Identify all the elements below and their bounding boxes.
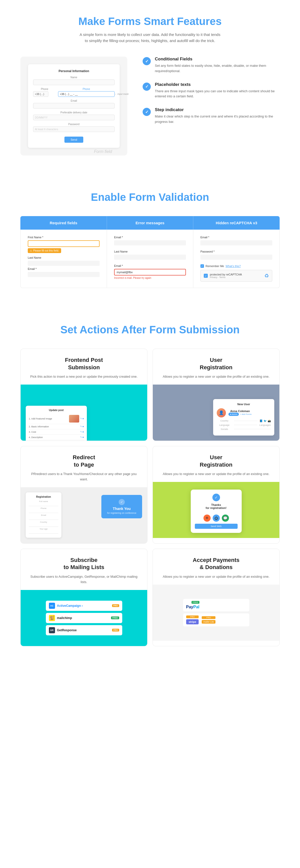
card-frontend-post: Frontend PostSubmission Pick this action…: [21, 349, 147, 441]
firstname-input[interactable]: [28, 240, 100, 247]
card-user-registration-2: UserRegistration Allows you to register …: [153, 446, 279, 544]
notification-mockup: ✓ Thanksfor registration! ✳ ⏻ 💬 Send SMS: [191, 490, 242, 533]
email-label: Email: [33, 99, 114, 102]
email-input-mock: [33, 103, 114, 108]
card-mailing-text: Subscribeto Mailing Lists Subscribe user…: [21, 549, 147, 590]
user-language-field: Language Languages: [217, 424, 271, 426]
conditional-desc: Set any form field states to easily show…: [155, 63, 279, 74]
reg-form-title: Registration: [29, 495, 58, 498]
mailing-image: AC ActiveCampaign › PRO 🐒 mailchimp FREE: [21, 590, 147, 646]
getresponse-row: GR GetResponse PRO: [46, 625, 122, 635]
phone-field-row: Phone +38 (…) Phone +38 (…) __ - __ ← In…: [33, 88, 114, 97]
validation-title-accent: Form Validation: [129, 191, 209, 203]
email-field-row: Email: [33, 99, 114, 108]
tab-required-fields[interactable]: Required fields: [21, 216, 107, 229]
thankyou-check-icon: ✓: [119, 499, 125, 505]
notif-service-icons: ✳ ⏻ 💬: [195, 515, 238, 522]
notif-asterisk-icon: ✳: [203, 515, 211, 522]
mailing-title: Subscribeto Mailing Lists: [28, 557, 139, 571]
send-sms-button[interactable]: Send SMS: [195, 524, 238, 529]
conditional-check-icon: [143, 57, 151, 65]
user-socials-field: Socials: [217, 428, 271, 430]
password-input-mock: At least 6 characters: [33, 126, 114, 132]
email2-error-input[interactable]: mymail@flbx: [114, 269, 186, 276]
user-mockup: New User 👤 Anna Coleman ● Admin + Add Fo…: [213, 399, 274, 436]
user-edit-link[interactable]: + Add Forms: [240, 413, 252, 415]
gr-pro-badge: PRO: [112, 629, 119, 631]
user-country-field: Country 📘 🐦 📸: [217, 420, 271, 422]
card-redirect-text: Redirectto Page PRredirect users to a Th…: [21, 446, 147, 487]
mailchimp-service: 🐒 mailchimp FREE: [46, 613, 122, 623]
user-avatar: 👤: [217, 408, 226, 417]
redirect-image: Registration Full name Phone Email Count…: [21, 487, 147, 543]
post-thumbnail: [69, 415, 79, 423]
notif-power-icon: ⏻: [213, 515, 220, 522]
notif-chat-icon: 💬: [222, 515, 229, 522]
post-row-3: 3. Cost ✎ ■: [29, 429, 84, 435]
form-mock-title: Personal Information: [33, 69, 114, 73]
smart-features-subtitle: A simple form is more likely to collect …: [79, 32, 221, 44]
phone-code-mock: +38 (…): [33, 91, 48, 97]
stripe-pro-badge: PRO: [186, 615, 199, 618]
user-profile-row: 👤 Anna Coleman ● Admin + Add Forms: [217, 408, 271, 417]
tab-error-messages[interactable]: Error messages: [107, 216, 194, 229]
card-frontend-post-text: Frontend PostSubmission Pick this action…: [21, 349, 147, 384]
mailchimp-row: 🐒 mailchimp FREE: [46, 613, 122, 623]
activecampaign-label: ActiveCampaign ›: [57, 604, 83, 608]
user-name-display: Anna Coleman: [228, 409, 252, 412]
post-row-1: 1. Add Featured Image ✎ ■: [29, 413, 84, 424]
payment-services-mockup: FREE PayPal PRO stripe PRO: [153, 585, 279, 641]
remember-checkbox[interactable]: ✓: [200, 264, 204, 268]
email-error-label: Email *: [114, 236, 186, 239]
email-recaptcha-label: Email *: [200, 236, 272, 239]
notif-check-icon: ✓: [212, 494, 220, 501]
validation-title: Enable Form Validation: [21, 191, 279, 204]
name-label: Name: [33, 76, 114, 79]
post-mockup-title: Update post: [29, 409, 84, 411]
user-info: Anna Coleman ● Admin + Add Forms: [228, 409, 252, 416]
user-reg-2-image: ✓ Thanksfor registration! ✳ ⏻ 💬 Send SMS: [153, 482, 279, 538]
getresponse-label: GetResponse: [57, 628, 77, 632]
tab-hidden-recaptcha[interactable]: Hidden reCAPTCHA v3: [193, 216, 279, 229]
payments-title: Accept Payments& Donations: [161, 557, 272, 571]
stripe-logo: stripe: [186, 619, 199, 624]
send-btn-mock: Send: [64, 136, 83, 143]
email-required-label: Email *: [28, 267, 100, 270]
mc-icon: 🐒: [49, 615, 55, 621]
mailing-inner: AC ActiveCampaign › PRO 🐒 mailchimp FREE: [46, 601, 122, 635]
actions-grid: Frontend PostSubmission Pick this action…: [21, 349, 279, 646]
validation-section: Enable Form Validation Required fields E…: [0, 176, 300, 308]
feature-item-placeholder: Placeholder texts There are three input …: [143, 82, 279, 99]
recaptcha-checkbox[interactable]: ✓: [204, 274, 208, 278]
error-message-text: Incorrect e-mail. Please try again: [114, 277, 186, 279]
card-user-reg-1-text: UserRegistration Allows you to register …: [153, 349, 279, 384]
mailing-desc: Subscribe users to ActiveCampaign, GetRe…: [28, 574, 139, 585]
actions-title-accent: After Form Submission: [122, 324, 240, 336]
password-label: Password: [33, 123, 114, 126]
recaptcha-label: protected by reCAPTCHA Privacy · Terms: [210, 273, 242, 279]
payments-desc: Allows you to register a new user or upd…: [161, 574, 272, 580]
whats-this-link[interactable]: What's this?: [226, 265, 241, 268]
step-check-icon: [143, 108, 151, 116]
payment-inner: FREE PayPal PRO stripe PRO: [183, 599, 249, 626]
card-user-reg-2-text: UserRegistration Allows you to register …: [153, 446, 279, 482]
paypal-logo: PayPal: [186, 605, 199, 609]
paypal-service: FREE PayPal: [183, 599, 249, 611]
feature-item-step: Step indicator Make it clear which step …: [143, 107, 279, 125]
actions-title: Set Actions After Form Submission: [21, 324, 279, 336]
lastname-input-mock: [28, 261, 100, 266]
recaptcha-widget: ✓ protected by reCAPTCHA Privacy · Terms…: [200, 270, 272, 282]
user-reg-2-title: UserRegistration: [161, 454, 272, 468]
placeholder-title: Placeholder texts: [155, 82, 279, 87]
stripe-service: PRO stripe: [186, 615, 199, 624]
conditional-title: Conditional Fields: [155, 57, 279, 62]
registration-form-mock: Registration Full name Phone Email Count…: [26, 492, 61, 538]
getresponse-service: GR GetResponse PRO: [46, 625, 122, 635]
frontend-post-desc: Pick this action to insert a new post or…: [28, 374, 139, 379]
feature-item-conditional: Conditional Fields Set any form field st…: [143, 57, 279, 74]
placeholder-text: Placeholder texts There are three input …: [155, 82, 279, 99]
ac-icon: AC: [49, 603, 55, 609]
thankyou-title-text: Thank You: [106, 507, 137, 511]
name-input-mock: [33, 80, 114, 85]
title-plain: Make Forms: [78, 15, 141, 27]
